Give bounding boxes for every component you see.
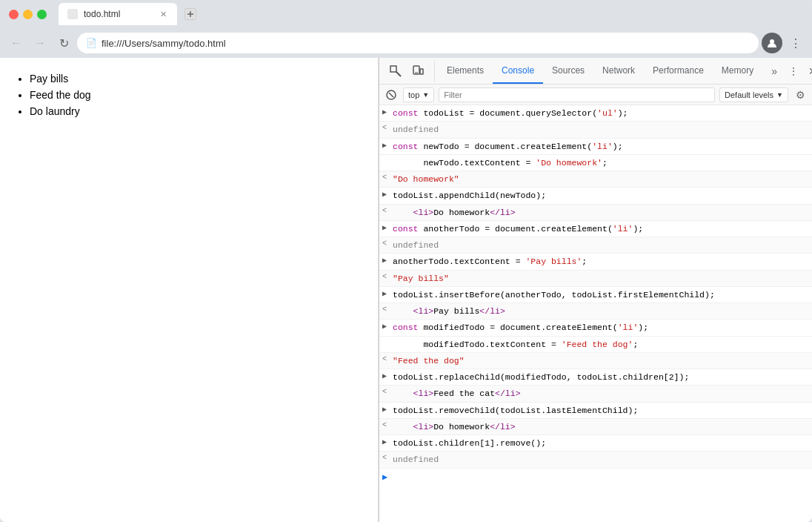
- traffic-lights: [9, 10, 47, 19]
- page-icon: 📄: [86, 38, 97, 48]
- output-arrow: <: [382, 239, 393, 248]
- inspect-element-button[interactable]: [385, 61, 406, 82]
- output-arrow: <: [382, 387, 393, 396]
- close-devtools-button[interactable]: ✕: [804, 62, 812, 80]
- expand-arrow[interactable]: ▶: [382, 255, 393, 265]
- tab-bar: todo.html ✕: [59, 3, 803, 25]
- devtools-panel: Elements Console Sources Network Perform…: [379, 58, 812, 522]
- console-line: ▶ todoList.replaceChild(modifiedTodo, to…: [379, 369, 812, 386]
- log-level-label: Default levels: [725, 90, 773, 99]
- back-button[interactable]: ←: [6, 33, 27, 53]
- output-arrow: <: [382, 305, 393, 314]
- tab-network[interactable]: Network: [593, 58, 644, 84]
- tab-sources[interactable]: Sources: [543, 58, 593, 84]
- maximize-button[interactable]: [37, 10, 47, 19]
- output-arrow: <: [382, 354, 393, 363]
- console-line: < <li>Feed the cat</li>: [379, 386, 812, 402]
- console-line: ▶ const anotherTodo = document.createEle…: [379, 221, 812, 237]
- output-arrow: <: [382, 420, 393, 429]
- output-arrow: <: [382, 272, 393, 281]
- main-content: Pay bills Feed the dog Do laundry: [0, 58, 812, 522]
- list-item: Do laundry: [30, 105, 363, 117]
- console-output: ▶ const todoList = document.querySelecto…: [379, 105, 812, 522]
- console-line: < undefined: [379, 237, 812, 254]
- console-line: newTodo.textContent = 'Do homework';: [379, 155, 812, 171]
- tab-elements[interactable]: Elements: [438, 58, 493, 84]
- expand-arrow[interactable]: ▶: [382, 437, 393, 446]
- console-line: ▶ todoList.children[1].remove();: [379, 435, 812, 452]
- browser-tab[interactable]: todo.html ✕: [59, 3, 177, 25]
- minimize-button[interactable]: [23, 10, 33, 19]
- expand-arrow[interactable]: ▶: [382, 404, 393, 414]
- input-prompt: ▶: [382, 472, 393, 483]
- clear-console-button[interactable]: [384, 87, 399, 102]
- console-line: ▶ todoList.appendChild(newTodo);: [379, 188, 812, 204]
- console-line: < <li>Do homework</li>: [379, 205, 812, 221]
- output-arrow: <: [382, 123, 393, 132]
- close-button[interactable]: [9, 10, 19, 19]
- new-tab-button[interactable]: [180, 4, 201, 24]
- output-arrow: <: [382, 173, 393, 182]
- tab-close-button[interactable]: ✕: [158, 9, 168, 19]
- address-bar-row: ← → ↻ 📄 file:///Users/sammy/todo.html ⋮: [0, 28, 812, 58]
- console-line: ▶ const newTodo = document.createElement…: [379, 139, 812, 155]
- svg-line-10: [389, 93, 393, 97]
- console-line: < "Pay bills": [379, 271, 812, 287]
- console-line: < <li>Pay bills</li>: [379, 303, 812, 320]
- expand-arrow[interactable]: ▶: [382, 222, 393, 232]
- log-level-selector[interactable]: Default levels ▼: [719, 87, 788, 102]
- devtools-settings-button[interactable]: ⋮: [785, 62, 802, 80]
- console-line: < undefined: [379, 122, 812, 138]
- page-content: Pay bills Feed the dog Do laundry: [0, 58, 379, 522]
- output-arrow: <: [382, 453, 393, 462]
- browser-window: todo.html ✕ ← → ↻ 📄 file:///Users/sammy/…: [0, 0, 812, 522]
- todo-list: Pay bills Feed the dog Do laundry: [15, 73, 363, 117]
- console-line: ▶ const todoList = document.querySelecto…: [379, 105, 812, 122]
- more-tabs-button[interactable]: »: [765, 62, 783, 80]
- device-toolbar-button[interactable]: [407, 61, 428, 82]
- chevron-down-icon: ▼: [776, 91, 783, 99]
- console-toolbar: top ▼ Default levels ▼ ⚙: [379, 85, 812, 105]
- expand-arrow[interactable]: ▶: [382, 140, 393, 150]
- tab-console[interactable]: Console: [493, 58, 543, 84]
- url-text: file:///Users/sammy/todo.html: [102, 38, 750, 49]
- expand-arrow[interactable]: ▶: [382, 288, 393, 298]
- tab-performance[interactable]: Performance: [644, 58, 713, 84]
- address-bar[interactable]: 📄 file:///Users/sammy/todo.html: [77, 33, 759, 53]
- console-settings-button[interactable]: ⚙: [793, 87, 808, 102]
- svg-rect-7: [420, 69, 423, 74]
- console-line: ▶ anotherTodo.textContent = 'Pay bills';: [379, 254, 812, 270]
- console-line: ▶ todoList.insertBefore(anotherTodo, tod…: [379, 287, 812, 303]
- console-line: < "Feed the dog": [379, 353, 812, 369]
- tab-memory[interactable]: Memory: [713, 58, 762, 84]
- devtools-icons: [379, 61, 435, 82]
- console-line: ▶ todoList.removeChild(todoList.lastElem…: [379, 403, 812, 419]
- expand-arrow[interactable]: ▶: [382, 189, 393, 199]
- reload-button[interactable]: ↻: [53, 33, 74, 53]
- list-item: Feed the dog: [30, 89, 363, 101]
- console-line: < <li>Do homework</li>: [379, 419, 812, 435]
- tab-favicon: [67, 9, 78, 19]
- console-filter-input[interactable]: [439, 87, 715, 102]
- devtools-right: » ⋮ ✕: [762, 62, 812, 80]
- tab-title: todo.html: [84, 9, 152, 19]
- list-item: Pay bills: [30, 73, 363, 85]
- browser-menu-button[interactable]: ⋮: [785, 33, 806, 53]
- svg-rect-4: [390, 66, 396, 72]
- svg-line-5: [396, 72, 401, 76]
- expand-arrow[interactable]: ▶: [382, 321, 393, 331]
- devtools-tabs: Elements Console Sources Network Perform…: [435, 58, 762, 84]
- chevron-down-icon: ▼: [422, 91, 429, 99]
- expand-arrow[interactable]: ▶: [382, 371, 393, 380]
- console-line: ▶ const modifiedTodo = document.createEl…: [379, 320, 812, 336]
- output-arrow: <: [382, 206, 393, 215]
- profile-button[interactable]: [762, 33, 782, 53]
- context-label: top: [408, 90, 419, 99]
- expand-arrow[interactable]: ▶: [382, 107, 393, 116]
- console-input[interactable]: [393, 472, 812, 482]
- forward-button[interactable]: →: [30, 33, 50, 53]
- devtools-toolbar: Elements Console Sources Network Perform…: [379, 58, 812, 85]
- console-line: < undefined: [379, 452, 812, 468]
- console-context-selector[interactable]: top ▼: [403, 87, 434, 102]
- console-input-line[interactable]: ▶: [379, 469, 812, 486]
